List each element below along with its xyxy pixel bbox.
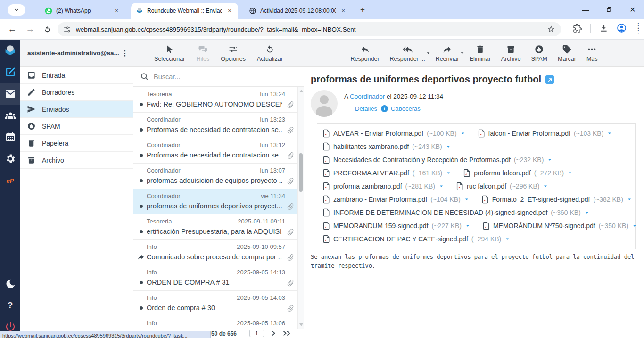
- browser-tab[interactable]: Roundcube Webmail :: Enviados×: [131, 3, 238, 19]
- rail-item-cpanel[interactable]: cP: [0, 170, 20, 191]
- headers-button[interactable]: i Cabeceras: [381, 105, 421, 112]
- downloads-icon[interactable]: [599, 23, 609, 33]
- message-row[interactable]: Info2025-09-05 13:06: [133, 316, 304, 329]
- folder-item-borradores[interactable]: Borradores: [20, 84, 133, 101]
- scrollbar-thumb[interactable]: [299, 153, 303, 192]
- search-input[interactable]: [154, 73, 272, 81]
- tab-search-button[interactable]: [8, 4, 25, 16]
- message-row[interactable]: Info2025-09-10 09:57Comunicado sobre pro…: [133, 240, 304, 265]
- open-in-new-window-button[interactable]: [545, 75, 554, 84]
- rail-item-calendar[interactable]: [0, 126, 20, 148]
- tab-close-icon[interactable]: ×: [226, 7, 233, 15]
- message-row[interactable]: Info2025-09-05 14:13ORDEN DE COMPRA # 31: [133, 265, 304, 291]
- rail-item-mail[interactable]: [0, 83, 20, 105]
- view-ms-button[interactable]: Más: [586, 44, 598, 62]
- paperclip-icon: [285, 252, 296, 263]
- site-info-icon[interactable]: [63, 25, 71, 33]
- toolbar-button-label: Reenviar: [436, 56, 459, 62]
- avatar-body-shape: [316, 106, 332, 117]
- profile-avatar[interactable]: [617, 23, 627, 33]
- recipient-link[interactable]: Coordinador: [350, 93, 385, 100]
- message-row[interactable]: Tesorerialun 13:24Fwd: Re: GOBIERNO AUTO…: [133, 87, 304, 113]
- search-bar: [133, 67, 304, 87]
- paperclip-icon: [285, 201, 296, 212]
- scroll-down-arrow[interactable]: [299, 323, 303, 326]
- message-row[interactable]: Coordinadorlun 13:23Proformas de necesid…: [133, 113, 304, 138]
- message-row[interactable]: Coordinadorlun 13:07proformas adquisicio…: [133, 164, 304, 189]
- tab-close-icon[interactable]: ×: [339, 7, 347, 15]
- folder-item-entrada[interactable]: Entrada: [20, 67, 133, 84]
- view-marcar-button[interactable]: Marcar: [558, 44, 576, 62]
- scroll-up-arrow[interactable]: [299, 90, 303, 92]
- view-responder-button[interactable]: Responder ...: [390, 44, 425, 62]
- bookmark-star-icon[interactable]: [547, 25, 555, 33]
- attachment-item[interactable]: INFORME DE DETERMINACION DE NECESIDAD (4…: [323, 208, 590, 217]
- message-date: lun 13:07: [260, 167, 286, 174]
- view-responder-button[interactable]: Responder: [350, 44, 379, 62]
- tab-close-icon[interactable]: ×: [113, 7, 120, 15]
- message-row[interactable]: Info2025-09-05 14:03Orden de compra # 30: [133, 291, 304, 316]
- view-spam-button[interactable]: SPAM: [531, 44, 548, 62]
- folder-item-spam[interactable]: SPAM: [20, 118, 133, 135]
- message-row[interactable]: Coordinadorvie 11:34proformas de uniform…: [133, 189, 304, 214]
- restore-button[interactable]: [604, 5, 614, 14]
- rail-item-dark-mode[interactable]: [0, 273, 20, 295]
- new-tab-button[interactable]: +: [357, 5, 368, 15]
- attachment-item[interactable]: MEMORÁNDUM Nº750-signed.pdf(~350 KB): [483, 222, 637, 230]
- browser-tab[interactable]: Actividad 2025-09-12 08:00:00×: [244, 3, 352, 19]
- attachment-item[interactable]: zambrano - Enviar Proforma.pdf(~104 KB): [323, 195, 470, 204]
- attachment-item[interactable]: ruc falcon.pdf(~296 KB): [456, 182, 549, 190]
- next-page-icon[interactable]: [270, 330, 277, 337]
- chevron-down-icon: [13, 7, 20, 13]
- message-list-column: SeleccionarHilosOpcionesActualizar Tesor…: [133, 40, 304, 338]
- folder-item-enviados[interactable]: Enviados: [20, 101, 133, 118]
- tag-icon: [562, 44, 572, 54]
- list-scrollbar[interactable]: [297, 87, 304, 329]
- extensions-icon[interactable]: [572, 23, 582, 33]
- message-row[interactable]: Tesoreria2025-09-11 09:11ertificación Pr…: [133, 214, 304, 240]
- attachment-item[interactable]: CERTIFICACION DE PAC Y CATE-signed.pdf(~…: [323, 235, 510, 243]
- folder-item-archivo[interactable]: Archivo: [20, 152, 133, 169]
- back-button[interactable]: ←: [7, 24, 18, 35]
- paperclip-icon: [285, 303, 296, 314]
- account-menu-icon[interactable]: ⋮: [121, 49, 129, 58]
- attachment-item[interactable]: Formato_2_ET-signed-signed.pdf(~382 KB): [482, 195, 632, 204]
- attachment-item[interactable]: ALVEAR - Enviar Proforma.pdf(~100 KB): [323, 129, 466, 138]
- search-scope-envelope-icon[interactable]: [272, 72, 283, 82]
- rail-item-settings[interactable]: [0, 148, 20, 170]
- pdf-icon: [323, 156, 330, 164]
- list-actualizar-button[interactable]: Actualizar: [257, 44, 283, 62]
- list-opciones-button[interactable]: Opciones: [221, 44, 246, 62]
- view-eliminar-button[interactable]: Eliminar: [470, 44, 491, 62]
- divider: [590, 24, 591, 33]
- forward-button[interactable]: →: [25, 24, 36, 35]
- rail-item-contacts[interactable]: [0, 105, 20, 126]
- reload-button[interactable]: [41, 24, 53, 35]
- attachment-item[interactable]: MEMORANDUM 159-signed.pdf(~227 KB): [323, 222, 471, 230]
- view-reenviar-button[interactable]: Reenviar: [436, 44, 459, 62]
- attachment-item[interactable]: Necesidades de Contratación y Recepción …: [323, 156, 553, 164]
- attachment-item[interactable]: proforma falcon.pdf(~272 KB): [463, 169, 573, 177]
- toolbar-button-label: Responder: [350, 56, 379, 62]
- details-button[interactable]: Detalles: [344, 105, 377, 113]
- folder-item-papelera[interactable]: Papelera: [20, 135, 133, 152]
- dots-icon: [587, 44, 597, 54]
- attachment-item[interactable]: proforma zambrano.pdf(~281 KB): [323, 182, 444, 190]
- minimize-button[interactable]: —: [581, 5, 590, 14]
- view-archivo-button[interactable]: Archivo: [501, 44, 521, 62]
- page-number-input[interactable]: 1: [249, 330, 264, 337]
- rail-item-help[interactable]: ?: [0, 295, 20, 316]
- attachment-item[interactable]: habilitantes xambrano.pdf(~243 KB): [323, 142, 451, 151]
- toolbar-button-label: Más: [586, 56, 598, 62]
- message-row[interactable]: Coordinadorlun 13:12Proformas de necesid…: [133, 138, 304, 164]
- browser-menu-icon[interactable]: ⋮⋮: [635, 24, 639, 33]
- list-seleccionar-button[interactable]: Seleccionar: [154, 44, 185, 62]
- rail-item-compose[interactable]: [0, 61, 20, 83]
- search-options-chevron-icon[interactable]: [289, 73, 297, 81]
- attachment-item[interactable]: falcon - Enviar Proforma.pdf(~103 KB): [478, 129, 613, 138]
- attachment-item[interactable]: PROFORMA ALVEAR.pdf(~161 KB): [323, 169, 451, 177]
- close-button[interactable]: ×: [628, 5, 637, 14]
- address-bar[interactable]: webmail.sanjuan.gob.ec/cpsess4895969315/…: [58, 22, 561, 36]
- last-page-icon[interactable]: [282, 330, 291, 337]
- browser-tab[interactable]: (2) WhatsApp×: [40, 3, 125, 19]
